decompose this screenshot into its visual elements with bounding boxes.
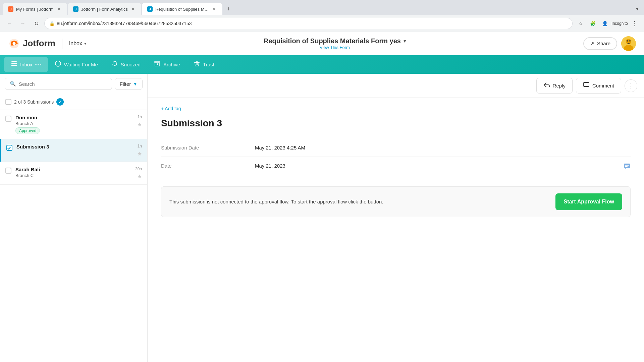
tab-title-3: Requisition of Supplies Materials... [155,7,209,12]
trash-tab-icon [194,60,200,69]
svg-rect-8 [11,63,17,64]
field-comment-icon[interactable] [623,163,631,172]
filter-icon: ▼ [133,81,138,86]
extensions-button[interactable]: 🧩 [587,18,598,29]
submission-item-1[interactable]: Don mon Branch A Approved 1h ★ [0,110,147,139]
svg-point-1 [13,42,16,45]
start-approval-flow-button[interactable]: Start Approval Flow [555,193,622,210]
add-tag-label: + Add tag [161,106,181,111]
app-logo[interactable]: Jotform [8,38,55,50]
search-box[interactable]: 🔍 [5,78,112,90]
tab-close-2[interactable]: ✕ [130,6,136,12]
share-icon: ↗ [590,41,594,47]
submission-item-2[interactable]: Submission 3 1h ★ [0,139,147,162]
submission-checkbox-1[interactable] [5,116,11,122]
tab-archive[interactable]: Archive [147,57,187,72]
logo-text: Jotform [23,38,55,49]
tab-title-1: My Forms | Jotform [16,7,54,12]
add-tag-button[interactable]: + Add tag [161,106,631,111]
submissions-count-text: 2 of 3 Submissions [14,99,54,105]
waiting-tab-label: Waiting For Me [64,62,98,67]
submission-meta-3: 20h ★ [135,167,142,180]
approval-notice-text: This submission is not connected to the … [169,198,549,206]
inbox-icon [11,60,17,67]
tab-overflow-button[interactable]: ▼ [633,5,641,13]
search-input[interactable] [19,81,107,87]
tab-waiting[interactable]: Waiting For Me [48,57,105,72]
browser-tab-3[interactable]: J Requisition of Supplies Materials... ✕ [142,3,222,15]
submission-checkbox-2[interactable] [6,145,12,151]
incognito-label: Incognito [611,21,628,26]
bookmark-button[interactable]: ☆ [575,18,586,29]
submission-name-1: Don mon [15,115,133,120]
header-center: Requisition of Supplies Materials Form y… [93,37,577,50]
field-row-submission-date: Submission Date May 21, 2023 4:25 AM [161,139,631,157]
submission-content-1: Don mon Branch A Approved [15,115,133,134]
submission-star-3[interactable]: ★ [137,173,142,180]
inbox-dots [35,64,41,65]
submission-content-2: Submission 3 [16,144,133,149]
reply-button[interactable]: Reply [536,78,573,94]
tab-inbox[interactable]: Inbox [4,57,48,72]
submission-checkbox-3[interactable] [5,168,11,174]
svg-rect-14 [625,165,629,166]
trash-tab-label: Trash [203,62,216,67]
app-container: Jotform Inbox ▾ Requisition of Supplies … [0,32,644,362]
tab-close-1[interactable]: ✕ [56,6,62,12]
dot1 [35,64,37,65]
filter-button[interactable]: Filter ▼ [115,78,143,90]
inbox-tab-label: Inbox [20,62,33,67]
svg-point-5 [627,40,628,42]
profile-button[interactable]: 👤 [599,18,610,29]
submission-item-3[interactable]: Sarah Bali Branch C 20h ★ [0,162,147,185]
view-form-link[interactable]: View This Form [93,45,577,50]
svg-rect-15 [625,166,628,167]
browser-menu-button[interactable]: ⋮ [629,18,640,29]
tab-snoozed[interactable]: Snoozed [105,57,147,72]
browser-tab-2[interactable]: J Jotform | Form Analytics ✕ [68,3,141,15]
tab-navigation: Inbox Waiting For Me [0,55,644,74]
detail-toolbar: Reply Comment ⋮ [148,74,644,98]
user-avatar[interactable] [621,36,636,51]
submission-meta-2: 1h ★ [137,144,142,157]
tab-trash[interactable]: Trash [187,57,222,72]
browser-tab-1[interactable]: J My Forms | Jotform ✕ [3,3,67,15]
comment-button[interactable]: Comment [576,78,621,94]
tab-favicon-1: J [8,6,13,12]
share-label: Share [597,41,610,46]
browser-toolbar-actions: ☆ 🧩 👤 Incognito ⋮ [575,18,640,29]
address-bar[interactable]: 🔒 eu.jotform.com/inbox/231393247798469/5… [44,18,573,29]
bell-icon [111,60,118,67]
all-submissions-checkbox[interactable] [5,99,11,105]
form-title: Requisition of Supplies Materials Form y… [93,37,577,45]
submission-star-2[interactable]: ★ [137,150,142,157]
archive-tab-icon [154,60,161,69]
browser-chrome: J My Forms | Jotform ✕ J Jotform | Form … [0,0,644,32]
dot2 [38,64,39,65]
forward-button[interactable]: → [17,18,28,29]
archive-tab-label: Archive [163,62,180,67]
detail-panel: Reply Comment ⋮ + Add tag [148,74,644,362]
form-title-dropdown-icon[interactable]: ▾ [404,38,406,44]
submission-branch-1: Branch A [15,121,133,126]
tab-close-3[interactable]: ✕ [212,6,217,12]
inbox-selector[interactable]: Inbox ▾ [69,41,86,47]
jotform-logo-icon [8,38,20,50]
reload-button[interactable]: ↻ [31,18,42,29]
approval-notice: This submission is not connected to the … [161,186,631,217]
submission-meta-1: 1h ★ [137,115,142,128]
share-button[interactable]: ↗ Share [583,37,617,50]
sidebar: 🔍 Filter ▼ 2 of 3 Submissions ✓ Do [0,74,148,362]
submissions-count-circle[interactable]: ✓ [56,98,64,106]
submission-content-3: Sarah Bali Branch C [15,167,131,178]
submissions-header: 2 of 3 Submissions ✓ [0,94,147,110]
avatar-image [621,36,636,51]
new-tab-button[interactable]: + [223,4,234,14]
svg-point-6 [629,40,631,42]
submission-star-1[interactable]: ★ [137,121,142,128]
snoozed-tab-icon [111,60,118,69]
more-options-button[interactable]: ⋮ [625,79,637,92]
back-button[interactable]: ← [4,18,15,29]
svg-rect-12 [584,82,589,86]
tab-title-2: Jotform | Form Analytics [81,7,128,12]
